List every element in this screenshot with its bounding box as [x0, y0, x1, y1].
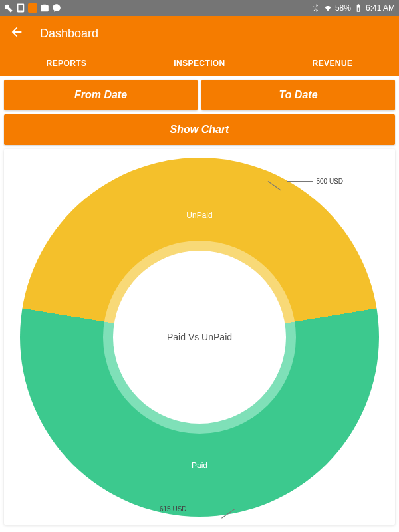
tab-revenue[interactable]: REVENUE: [266, 59, 399, 68]
tab-inspection[interactable]: INSPECTION: [133, 59, 266, 68]
status-left: [4, 3, 61, 13]
donut-chart: Paid Vs UnPaid UnPaid Paid 500 USD 615 U…: [20, 158, 379, 517]
status-bar: 58% 6:41 AM: [0, 0, 399, 16]
bluetooth-icon: [311, 3, 321, 13]
tabs: REPORTS INSPECTION REVENUE: [0, 51, 399, 76]
wrench-icon: [4, 3, 13, 13]
chart-card: Paid Vs UnPaid UnPaid Paid 500 USD 615 U…: [4, 149, 395, 525]
from-date-button[interactable]: From Date: [4, 80, 198, 110]
callout-paid: 615 USD: [160, 505, 235, 513]
camera-icon: [40, 3, 49, 13]
battery-percent: 58%: [335, 3, 351, 13]
callout-unpaid: 500 USD: [268, 178, 343, 185]
status-right: 58% 6:41 AM: [311, 3, 395, 13]
page-title: Dashboard: [40, 27, 98, 41]
callout-unpaid-text: 500 USD: [316, 178, 343, 185]
tab-reports[interactable]: REPORTS: [0, 59, 133, 68]
wifi-icon: [323, 3, 332, 13]
messenger-icon: [52, 3, 61, 13]
tablet-icon: [16, 3, 25, 13]
app-icon: [28, 3, 37, 13]
clock-text: 6:41 AM: [366, 3, 395, 13]
show-chart-button[interactable]: Show Chart: [4, 114, 395, 145]
to-date-button[interactable]: To Date: [201, 80, 395, 110]
show-chart-row: Show Chart: [4, 114, 395, 145]
callout-paid-text: 615 USD: [160, 505, 187, 513]
back-arrow-icon[interactable]: [9, 25, 24, 42]
battery-icon: [354, 3, 363, 13]
app-bar: Dashboard: [0, 16, 399, 51]
date-button-row: From Date To Date: [0, 76, 399, 112]
chart-center-label: Paid Vs UnPaid: [113, 251, 286, 424]
